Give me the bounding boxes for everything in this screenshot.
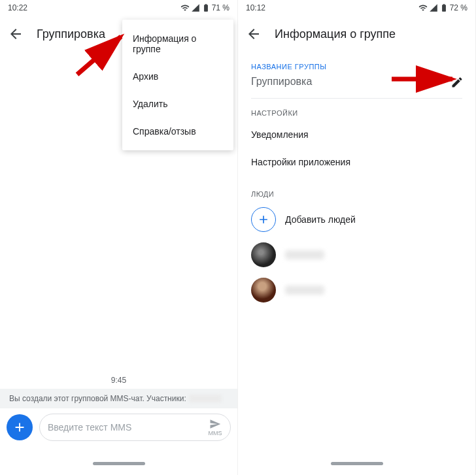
right-phone: 10:12 72 % Информация о группе НАЗВАНИЕ … bbox=[238, 0, 476, 475]
menu-popup: Информация о группе Архив Удалить Справк… bbox=[122, 20, 233, 150]
avatar bbox=[251, 278, 276, 303]
setting-app[interactable]: Настройки приложения bbox=[238, 148, 475, 176]
add-people-label: Добавить людей bbox=[285, 214, 356, 225]
compose-input-pill[interactable]: Введите текст MMS MMS bbox=[39, 414, 231, 441]
add-people-row[interactable]: Добавить людей bbox=[238, 202, 475, 237]
system-message-text: Вы создали этот групповой MMS-чат. Участ… bbox=[9, 394, 186, 403]
send-label: MMS bbox=[209, 430, 222, 436]
nav-pill[interactable] bbox=[331, 462, 383, 465]
avatar bbox=[251, 242, 276, 267]
nav-bar bbox=[238, 451, 475, 475]
status-icons: 71 % bbox=[180, 3, 230, 12]
setting-notifications[interactable]: Уведомления bbox=[238, 121, 475, 148]
chat-bottom: 9:45 Вы создали этот групповой MMS-чат. … bbox=[0, 372, 237, 446]
attach-button[interactable] bbox=[7, 414, 33, 440]
section-settings: НАСТРОЙКИ bbox=[238, 99, 475, 121]
compose-placeholder: Введите текст MMS bbox=[48, 422, 131, 433]
signal-icon bbox=[429, 3, 438, 12]
menu-item-help[interactable]: Справка/отзыв bbox=[122, 118, 233, 145]
battery-icon bbox=[439, 3, 449, 12]
appbar: Информация о группе bbox=[238, 16, 475, 52]
status-time: 10:22 bbox=[8, 3, 27, 12]
person-row[interactable] bbox=[238, 237, 475, 272]
compose-row: Введите текст MMS MMS bbox=[0, 408, 237, 446]
appbar-title: Информация о группе bbox=[275, 27, 396, 41]
person-row[interactable] bbox=[238, 272, 475, 308]
menu-item-delete[interactable]: Удалить bbox=[122, 90, 233, 118]
status-bar: 10:22 71 % bbox=[0, 0, 237, 16]
appbar-title: Группировка bbox=[37, 27, 105, 41]
nav-bar bbox=[0, 451, 237, 475]
add-people-icon[interactable] bbox=[251, 207, 276, 232]
message-time: 9:45 bbox=[0, 372, 237, 389]
left-phone: 10:22 71 % Группировка Информация о груп… bbox=[0, 0, 238, 475]
edit-icon[interactable] bbox=[450, 76, 464, 89]
system-message: Вы создали этот групповой MMS-чат. Участ… bbox=[0, 389, 237, 408]
blurred-name bbox=[285, 286, 324, 295]
group-name-row: Группировка bbox=[238, 74, 475, 90]
blurred-name bbox=[189, 395, 222, 402]
menu-item-archive[interactable]: Архив bbox=[122, 63, 233, 90]
blurred-name bbox=[285, 250, 324, 259]
battery-percent: 72 % bbox=[450, 3, 468, 12]
group-name-value: Группировка bbox=[238, 74, 325, 90]
section-group-name: НАЗВАНИЕ ГРУППЫ bbox=[238, 52, 475, 74]
section-people: ЛЮДИ bbox=[238, 176, 475, 202]
wifi-icon bbox=[418, 3, 428, 12]
menu-item-info[interactable]: Информация о группе bbox=[122, 25, 233, 63]
nav-pill[interactable] bbox=[93, 462, 145, 465]
wifi-icon bbox=[180, 3, 190, 12]
back-icon[interactable] bbox=[8, 26, 24, 42]
battery-percent: 71 % bbox=[212, 3, 230, 12]
battery-icon bbox=[201, 3, 211, 12]
back-icon[interactable] bbox=[246, 26, 262, 42]
signal-icon bbox=[191, 3, 200, 12]
status-time: 10:12 bbox=[246, 3, 265, 12]
status-bar: 10:12 72 % bbox=[238, 0, 475, 16]
status-icons: 72 % bbox=[418, 3, 468, 12]
send-button[interactable]: MMS bbox=[208, 418, 222, 436]
